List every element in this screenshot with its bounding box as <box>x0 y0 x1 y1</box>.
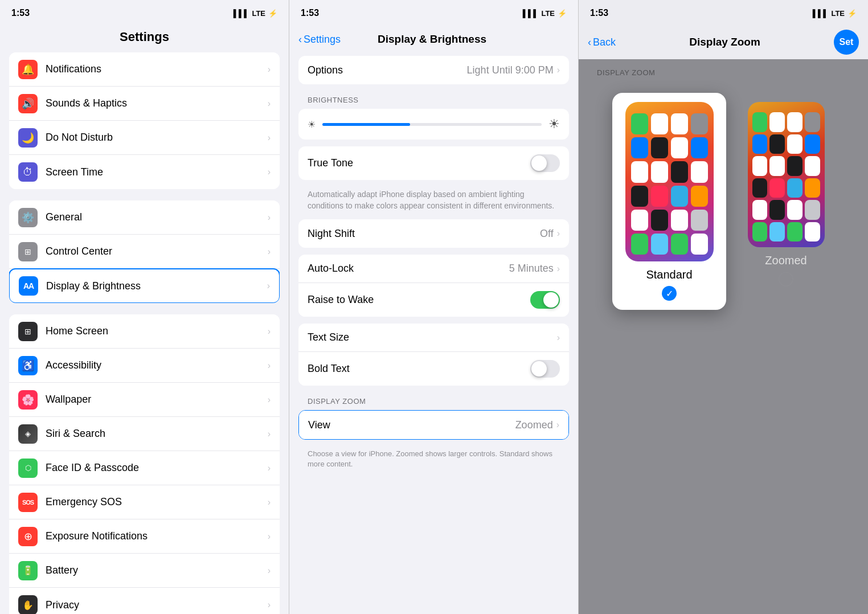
privacy-label: Privacy <box>46 599 263 611</box>
app-icon <box>787 222 803 242</box>
display-back-button[interactable]: ‹ Settings <box>298 34 341 46</box>
bold-text-toggle[interactable] <box>530 360 560 378</box>
brightness-track[interactable] <box>322 123 542 126</box>
display-zoom-view-label: View <box>308 419 515 431</box>
notifications-label: Notifications <box>46 63 263 75</box>
app-icon <box>752 156 768 176</box>
sidebar-item-privacy[interactable]: ✋ Privacy › <box>9 588 280 614</box>
appearance-options-label: Options <box>308 64 467 76</box>
battery-chevron: › <box>268 566 271 576</box>
zoom-standard-card[interactable]: Standard ✓ <box>612 93 726 310</box>
privacy-icon: ✋ <box>18 595 38 614</box>
night-shift-label: Night Shift <box>308 228 540 240</box>
display-zoom-group: View Zoomed › <box>298 410 569 440</box>
brightness-high-icon: ☀ <box>548 117 560 132</box>
sidebar-item-control-center[interactable]: ⊞ Control Center › <box>9 235 280 269</box>
sidebar-item-notifications[interactable]: 🔔 Notifications › <box>9 52 280 87</box>
phone-screen-standard <box>625 102 714 261</box>
app-icon <box>769 134 785 154</box>
true-tone-description: Automatically adapt iPhone display based… <box>289 187 578 217</box>
auto-lock-item[interactable]: Auto-Lock 5 Minutes › <box>298 255 569 283</box>
display-zoom-view-item[interactable]: View Zoomed › <box>299 411 568 439</box>
night-shift-group: Night Shift Off › <box>298 219 569 248</box>
sidebar-item-do-not-disturb[interactable]: 🌙 Do Not Disturb › <box>9 121 280 155</box>
display-nav: ‹ Settings Display & Brightness <box>289 25 578 54</box>
display-panel: 1:53 ▌▌▌ LTE ⚡ ‹ Settings Display & Brig… <box>289 0 579 614</box>
status-time-2: 1:53 <box>301 8 319 18</box>
night-shift-chevron: › <box>557 228 560 239</box>
standard-radio[interactable]: ✓ <box>662 286 677 301</box>
zoomed-radio[interactable] <box>779 272 793 286</box>
brightness-fill <box>322 123 410 126</box>
app-icon <box>805 178 820 198</box>
lte-label-2: LTE <box>541 9 555 18</box>
app-icon <box>769 200 785 220</box>
wallpaper-label: Wallpaper <box>46 394 263 406</box>
phone-screen-zoomed <box>748 102 825 247</box>
app-icon <box>631 210 648 231</box>
sidebar-item-general[interactable]: ⚙️ General › <box>9 200 280 235</box>
appearance-group: Options Light Until 9:00 PM › <box>298 56 569 84</box>
raise-to-wake-item[interactable]: Raise to Wake <box>298 283 569 317</box>
settings-group-2-wrapper: ⚙️ General › ⊞ Control Center › AA Displ… <box>9 200 280 303</box>
app-icon <box>631 186 648 207</box>
app-icon <box>671 234 688 255</box>
faceid-icon: ⬡ <box>18 459 38 478</box>
emergency-chevron: › <box>268 497 271 507</box>
accessibility-label: Accessibility <box>46 359 263 371</box>
sidebar-item-display[interactable]: AA Display & Brightness › <box>9 268 280 303</box>
text-group: Text Size › Bold Text <box>298 324 569 386</box>
appearance-options-value: Light Until 9:00 PM <box>467 64 554 76</box>
exposure-label: Exposure Notifications <box>46 530 263 542</box>
zoom-nav: ‹ Back Display Zoom Set <box>579 25 868 59</box>
app-icon <box>787 156 803 176</box>
true-tone-group: True Tone <box>298 146 569 180</box>
battery-label: Battery <box>46 564 263 576</box>
battery-icon: 🔋 <box>18 561 38 580</box>
status-time-1: 1:53 <box>11 8 30 18</box>
brightness-row: ☀ ☀ <box>298 109 569 140</box>
appearance-options-item[interactable]: Options Light Until 9:00 PM › <box>298 56 569 84</box>
text-size-item[interactable]: Text Size › <box>298 324 569 352</box>
app-icon <box>752 222 768 242</box>
raise-to-wake-toggle[interactable] <box>530 291 560 309</box>
status-icons-3: ▌▌▌ LTE ⚡ <box>813 9 857 18</box>
sidebar-item-wallpaper[interactable]: 🌸 Wallpaper › <box>9 383 280 417</box>
zoom-back-button[interactable]: ‹ Back <box>588 36 616 48</box>
sidebar-item-screen-time[interactable]: ⏱ Screen Time › <box>9 155 280 189</box>
sidebar-item-emergency[interactable]: SOS Emergency SOS › <box>9 485 280 519</box>
display-chevron: › <box>267 281 270 291</box>
zoom-zoomed-card[interactable]: Zoomed <box>738 93 834 310</box>
app-icon <box>769 178 785 198</box>
settings-group-1: 🔔 Notifications › 🔊 Sounds & Haptics › 🌙… <box>9 52 280 189</box>
siri-chevron: › <box>268 429 271 439</box>
dnd-icon: 🌙 <box>18 128 38 148</box>
lte-label-1: LTE <box>252 9 265 18</box>
sidebar-item-faceid[interactable]: ⬡ Face ID & Passcode › <box>9 451 280 485</box>
app-icon <box>787 178 803 198</box>
sidebar-item-accessibility[interactable]: ♿ Accessibility › <box>9 349 280 383</box>
battery-icon-3: ⚡ <box>847 9 857 18</box>
wallpaper-icon: 🌸 <box>18 390 38 410</box>
night-shift-item[interactable]: Night Shift Off › <box>298 219 569 248</box>
sidebar-item-home-screen[interactable]: ⊞ Home Screen › <box>9 314 280 349</box>
display-zoom-footer: Choose a view for iPhone. Zoomed shows l… <box>289 447 578 478</box>
true-tone-label: True Tone <box>308 157 530 169</box>
sidebar-item-exposure[interactable]: ⊕ Exposure Notifications › <box>9 519 280 554</box>
true-tone-toggle[interactable] <box>530 154 560 172</box>
app-icon <box>691 186 708 207</box>
control-center-chevron: › <box>268 247 271 257</box>
battery-icon-2: ⚡ <box>558 9 567 18</box>
bold-text-item[interactable]: Bold Text <box>298 352 569 386</box>
emergency-icon: SOS <box>18 493 38 512</box>
sidebar-item-siri[interactable]: ◈ Siri & Search › <box>9 417 280 451</box>
sidebar-item-sounds[interactable]: 🔊 Sounds & Haptics › <box>9 87 280 121</box>
home-screen-chevron: › <box>268 326 271 337</box>
display-zoom-view-value: Zoomed <box>515 419 553 431</box>
exposure-icon: ⊕ <box>18 527 38 546</box>
home-screen-icon: ⊞ <box>18 322 38 341</box>
sidebar-item-battery[interactable]: 🔋 Battery › <box>9 554 280 588</box>
bold-text-thumb <box>531 361 547 376</box>
zoom-set-button[interactable]: Set <box>834 30 859 55</box>
true-tone-item[interactable]: True Tone <box>298 146 569 180</box>
